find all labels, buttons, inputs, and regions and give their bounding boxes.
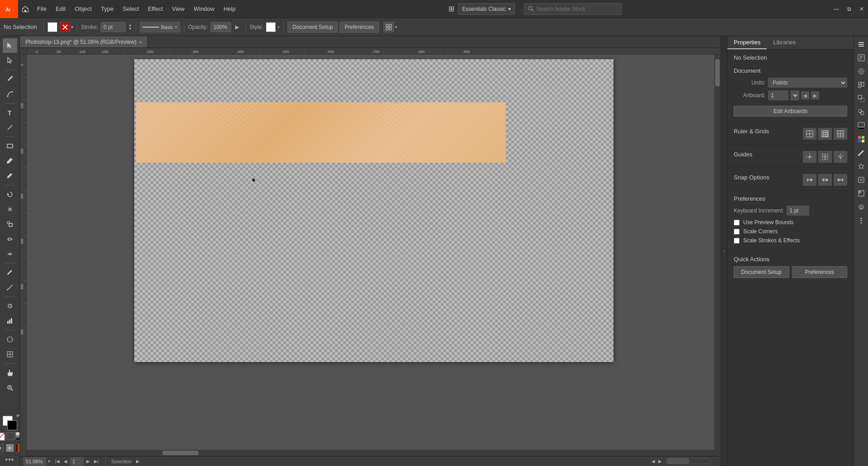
zoom-dropdown[interactable]: ▾ <box>48 459 50 464</box>
pen-tool[interactable] <box>3 72 17 86</box>
tab-close-button[interactable]: × <box>139 39 142 45</box>
vertical-scroll-thumb[interactable] <box>715 59 720 86</box>
rotate-tool[interactable] <box>3 187 17 202</box>
scale-strokes-checkbox[interactable] <box>734 238 740 244</box>
properties-tab[interactable]: Properties <box>727 36 767 49</box>
status-right-arrow[interactable]: ▶ <box>658 459 662 464</box>
stroke-style-selector[interactable]: Basic ▾ <box>140 22 180 33</box>
panel-collapse-button[interactable]: › <box>721 36 727 466</box>
no-color-btn[interactable] <box>0 432 5 441</box>
menu-type[interactable]: Type <box>96 0 118 18</box>
fill-dropdown-arrow[interactable]: ▾ <box>71 24 73 29</box>
menu-window[interactable]: Window <box>189 0 219 18</box>
selection-tool[interactable] <box>3 38 17 53</box>
snap-icon-1[interactable] <box>803 174 816 186</box>
paintbrush-tool[interactable] <box>3 154 17 168</box>
hand-tool[interactable] <box>3 366 17 380</box>
swatches-panel-btn[interactable] <box>855 133 867 145</box>
cc-libraries-btn[interactable] <box>855 66 867 77</box>
more-tools[interactable]: ••• <box>5 456 14 464</box>
zoom-input[interactable] <box>24 457 46 466</box>
menu-file[interactable]: File <box>33 0 51 18</box>
quick-preferences-button[interactable]: Preferences <box>792 266 848 278</box>
opacity-more-options[interactable]: ▶ <box>233 23 242 32</box>
warp-tool[interactable] <box>3 232 17 246</box>
guide-icon-1[interactable] <box>803 151 816 163</box>
page-input[interactable] <box>70 457 84 466</box>
document-setup-button[interactable]: Document Setup <box>288 22 338 33</box>
arrange-dropdown[interactable]: ▾ <box>395 25 397 29</box>
fill-color-swatch[interactable] <box>47 22 57 32</box>
type-tool[interactable]: T <box>3 105 17 120</box>
color-spectrum[interactable] <box>16 444 20 452</box>
units-select[interactable]: Points <box>768 78 847 88</box>
status-left-arrow[interactable]: ◀ <box>651 459 655 464</box>
zoom-tool[interactable] <box>3 381 17 395</box>
opacity-input[interactable] <box>211 22 231 32</box>
black-swatch[interactable]: ■ <box>0 444 4 452</box>
pathfinder-panel-btn[interactable] <box>855 106 867 118</box>
line-tool[interactable] <box>3 120 17 135</box>
keyboard-increment-input[interactable] <box>787 206 809 216</box>
prev-page-btn[interactable]: ◀ <box>62 458 69 465</box>
opacity-panel-btn[interactable] <box>855 188 867 199</box>
first-page-btn[interactable]: |◀ <box>54 458 61 465</box>
ruler-grid-icon-2[interactable] <box>818 128 832 140</box>
next-page-btn[interactable]: ▶ <box>85 458 92 465</box>
quick-doc-setup-button[interactable]: Document Setup <box>734 266 789 278</box>
symbols-panel-btn[interactable]: S <box>855 201 867 213</box>
slice-tool[interactable] <box>3 347 17 362</box>
menu-help[interactable]: Help <box>219 0 240 18</box>
appearance-panel-btn[interactable] <box>855 160 867 172</box>
reflect-tool[interactable] <box>3 202 17 217</box>
more-panels-btn[interactable] <box>855 215 867 226</box>
horizontal-scroll-thumb[interactable] <box>162 451 198 455</box>
scale-corners-checkbox[interactable] <box>734 229 740 235</box>
menu-home[interactable] <box>18 0 33 18</box>
use-preview-bounds-checkbox[interactable] <box>734 220 740 226</box>
style-dropdown-arrow[interactable]: ▾ <box>278 25 280 29</box>
menu-edit[interactable]: Edit <box>51 0 70 18</box>
minimize-button[interactable]: — <box>830 3 843 15</box>
symbol-tool[interactable] <box>3 299 17 313</box>
snap-icon-3[interactable] <box>834 174 847 186</box>
guide-icon-3[interactable] <box>834 151 847 163</box>
stroke-spinners[interactable]: ▲ ▼ <box>128 24 132 31</box>
libraries-tab[interactable]: Libraries <box>767 36 802 49</box>
menu-object[interactable]: Object <box>70 0 96 18</box>
swap-colors[interactable]: ⇄ <box>16 413 20 418</box>
pencil-tool[interactable] <box>3 169 17 183</box>
align-panel-btn[interactable] <box>855 79 867 91</box>
workspace-dropdown[interactable]: Essentials Classic ▾ <box>458 3 515 15</box>
scale-tool[interactable] <box>3 217 17 231</box>
artboard-prev-btn[interactable]: ◀ <box>801 91 809 99</box>
arrange-icon[interactable] <box>383 22 394 33</box>
graphic-styles-btn[interactable] <box>855 174 867 186</box>
color-panel-btn[interactable] <box>855 120 867 132</box>
menu-effect[interactable]: Effect <box>143 0 167 18</box>
rectangle-tool[interactable] <box>3 139 17 153</box>
width-tool[interactable] <box>3 247 17 261</box>
restore-button[interactable]: ⧉ <box>843 3 855 15</box>
layers-panel-btn[interactable] <box>855 38 867 50</box>
artboard-tool[interactable] <box>3 332 17 347</box>
normal-color-btn[interactable] <box>6 432 14 440</box>
artboard-input[interactable] <box>768 90 788 100</box>
guide-icon-2[interactable] <box>818 151 832 163</box>
preferences-button[interactable]: Preferences <box>340 22 379 33</box>
brushes-panel-btn[interactable] <box>855 147 867 159</box>
canvas-scroll[interactable] <box>27 55 721 456</box>
style-swatch[interactable] <box>266 22 276 32</box>
artboard-next-btn[interactable]: ▶ <box>811 91 819 99</box>
edit-artboards-button[interactable]: Edit Artboards <box>734 106 847 117</box>
search-stock[interactable] <box>524 3 622 15</box>
status-slider[interactable] <box>666 458 712 464</box>
document-tab[interactable]: Photoshop-13.png* @ 51.06% (RGB/Preview)… <box>20 36 148 47</box>
eyedropper-tool[interactable] <box>3 265 17 280</box>
status-dropdown[interactable]: ▶ <box>136 459 140 464</box>
curvature-tool[interactable] <box>3 87 17 101</box>
search-input[interactable] <box>536 6 618 12</box>
ruler-grid-icon-3[interactable] <box>834 128 847 140</box>
ruler-grid-icon-1[interactable] <box>803 128 816 140</box>
last-page-btn[interactable]: ▶| <box>93 458 100 465</box>
